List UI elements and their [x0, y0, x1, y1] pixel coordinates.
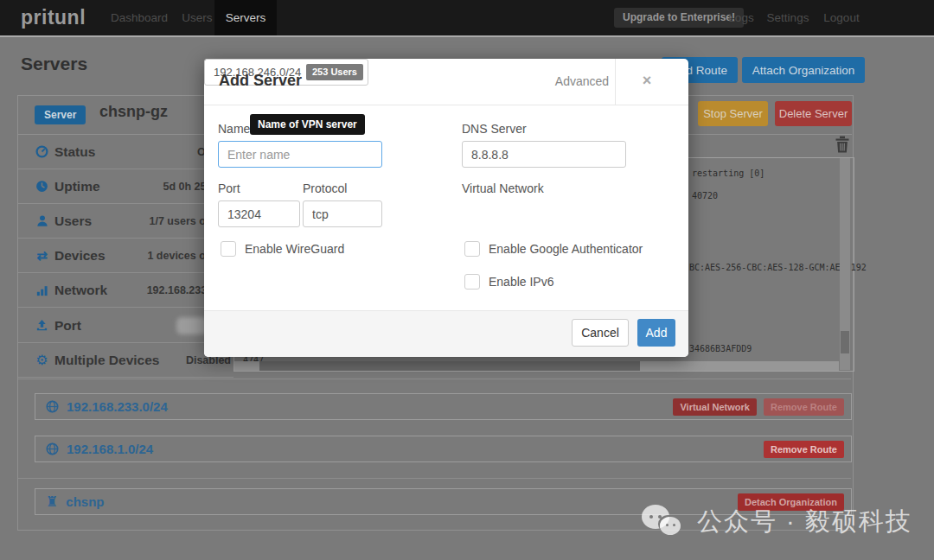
dns-input[interactable]: [462, 141, 626, 168]
server-name: chsnp-gz: [99, 103, 168, 121]
globe-icon: [46, 400, 59, 413]
devices-icon: ⇄: [35, 249, 49, 262]
attach-organization-button[interactable]: Attach Organization: [742, 57, 865, 83]
route-cidr: 192.168.1.0/24: [67, 442, 153, 456]
attr-label: Network: [54, 283, 107, 298]
clock-icon: [35, 180, 49, 193]
organization-rook-icon: ♜: [46, 493, 58, 510]
attr-row-port: Port /udp: [18, 309, 234, 343]
add-button[interactable]: Add: [637, 319, 675, 347]
user-icon: [35, 214, 49, 227]
globe-icon: [46, 442, 59, 455]
delete-server-button[interactable]: Delete Server: [775, 101, 852, 126]
route-row: 192.168.233.0/24 Virtual Network Remove …: [35, 393, 852, 420]
virtual-network-field-label: Virtual Network: [462, 181, 544, 195]
remove-route-button[interactable]: Remove Route: [764, 398, 844, 416]
route-cidr: 192.168.233.0/24: [67, 399, 168, 414]
attr-label: Devices: [54, 248, 106, 264]
users-count-badge: 253 Users: [306, 64, 363, 80]
route-row: 192.168.1.0/24 Remove Route: [35, 436, 852, 462]
log-line: restarting [0]: [692, 169, 764, 178]
section-divider: [18, 478, 851, 479]
stop-server-button[interactable]: Stop Server: [698, 101, 768, 126]
gear-icon: ⚙: [35, 353, 49, 366]
protocol-field-label: Protocol: [303, 181, 347, 195]
pritunl-app: pritunl Dashboard Users Servers Upgrade …: [0, 0, 934, 560]
nav-item-servers[interactable]: Servers: [214, 0, 277, 35]
attr-label: Users: [54, 213, 92, 229]
page-title: Servers: [21, 54, 87, 74]
enable-ipv6-label: Enable IPv6: [489, 275, 554, 289]
log-line: 40720: [692, 191, 718, 200]
wechat-icon: [642, 503, 685, 541]
attr-row-multiple-devices: ⚙ Multiple Devices Disabled: [18, 343, 234, 378]
enable-google-authenticator-checkbox[interactable]: [464, 241, 480, 257]
attr-label: Multiple Devices: [54, 353, 159, 368]
close-icon[interactable]: ×: [637, 70, 657, 91]
log-horizontal-scrollbar-thumb[interactable]: [259, 361, 640, 371]
organization-name: chsnp: [66, 494, 104, 509]
network-bars-icon: [35, 284, 49, 296]
port-input[interactable]: [218, 200, 300, 227]
nav-item-settings[interactable]: Settings: [764, 0, 811, 35]
enable-wireguard-checkbox[interactable]: [221, 241, 236, 257]
name-tooltip: Name of VPN server: [250, 114, 365, 135]
attr-row-uptime: Uptime 5d 0h 25m 1s: [18, 169, 234, 204]
nav-item-logout[interactable]: Logout: [820, 0, 863, 35]
modal-footer: Cancel Add: [204, 310, 688, 357]
name-field-label: Name: [218, 122, 250, 136]
watermark: 公众号 · 毅硕科技: [642, 503, 912, 541]
attr-label: Status: [54, 144, 95, 160]
upload-icon: [35, 319, 49, 332]
divider: [204, 105, 688, 105]
upgrade-to-enterprise-button[interactable]: Upgrade to Enterprise!: [614, 8, 744, 28]
enable-google-authenticator-label: Enable Google Authenticator: [489, 242, 643, 256]
divider: [615, 59, 616, 105]
name-input[interactable]: [218, 141, 382, 168]
navbar: pritunl Dashboard Users Servers Upgrade …: [0, 0, 934, 37]
dns-field-label: DNS Server: [462, 122, 527, 136]
add-server-modal: Add Server Advanced × Name Name of VPN s…: [204, 59, 688, 357]
port-field-label: Port: [218, 181, 240, 195]
log-line: 34686B3AFDD9: [689, 344, 752, 353]
gauge-icon: [35, 145, 49, 158]
attr-row-users: Users 1/7 users online: [18, 204, 234, 239]
server-type-badge: Server: [35, 105, 86, 124]
protocol-input[interactable]: [303, 200, 382, 227]
section-divider: [18, 379, 851, 379]
remove-route-button[interactable]: Remove Route: [764, 441, 844, 458]
enable-wireguard-label: Enable WireGuard: [245, 242, 344, 256]
virtual-network-badge: Virtual Network: [673, 398, 757, 416]
attr-row-network: Network 192.168.233.0/24: [18, 273, 234, 308]
redaction-blur: [176, 317, 208, 334]
enable-ipv6-checkbox[interactable]: [464, 274, 480, 290]
log-vertical-scrollbar-thumb[interactable]: [841, 331, 849, 353]
attr-row-devices: ⇄ Devices 1 devices online: [18, 239, 234, 273]
cancel-button[interactable]: Cancel: [572, 319, 629, 347]
attr-row-status: Status Online: [18, 135, 234, 169]
modal-title: Add Server: [219, 72, 302, 90]
advanced-tab[interactable]: Advanced: [549, 59, 615, 105]
clear-log-trash-icon[interactable]: [835, 136, 850, 153]
attr-label: Uptime: [54, 179, 100, 194]
attr-label: Port: [54, 318, 81, 334]
nav-item-dashboard[interactable]: Dashboard: [111, 0, 166, 35]
nav-item-logs[interactable]: Logs: [726, 0, 756, 35]
watermark-text: 公众号 · 毅硕科技: [697, 505, 912, 539]
pritunl-logo[interactable]: pritunl: [21, 0, 86, 35]
nav-item-users[interactable]: Users: [178, 0, 216, 35]
